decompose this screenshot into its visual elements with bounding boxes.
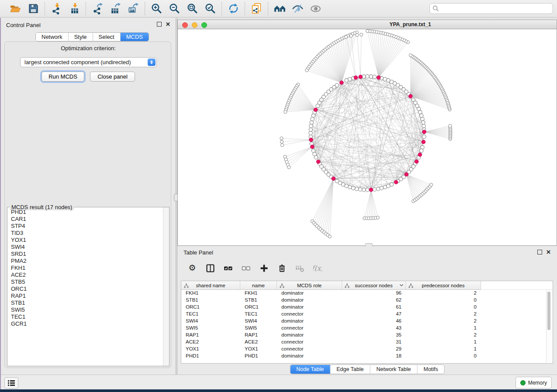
close-panel-button[interactable]: Close panel [90,72,135,82]
control-panel: Control Panel ✕ NetworkStyleSelectMCDS O… [1,18,176,375]
table-tab-node-table[interactable]: Node Table [290,365,330,374]
cell-name: SWI4 [240,318,277,325]
first-neighbors-icon[interactable] [274,3,286,14]
network-canvas[interactable] [178,29,557,245]
table-body: FKH1FKH1dominator962STB1STB1dominator620… [181,290,553,360]
table-row[interactable]: RAP1RAP1dominator352 [181,332,553,339]
mcds-result-scrollbar[interactable] [163,207,169,366]
column-header-shared-name[interactable]: shared name [181,281,240,290]
mcds-result-item[interactable]: RAP1 [8,292,163,299]
table-row[interactable]: PHD1PHD1dominator180 [181,353,553,360]
tab-network[interactable]: Network [36,33,69,41]
mcds-result-item[interactable]: ORC1 [8,285,163,292]
table-row[interactable]: YOX1YOX1connector291 [181,346,553,353]
new-network-from-selection-icon[interactable] [251,3,263,14]
export-network-icon[interactable] [92,3,104,14]
cell-shared-name: SWI4 [181,318,240,325]
list-icon [7,379,15,386]
select-all-icon[interactable] [224,264,233,273]
network-window-titlebar[interactable]: YPA_prune.txt_1 [178,20,557,29]
window-maximize-icon[interactable] [201,22,207,28]
cell-successor-nodes: 18 [342,353,406,360]
mcds-result-item[interactable]: PHD1 [8,209,163,216]
tab-select[interactable]: Select [93,33,121,41]
mcds-result-item[interactable]: FKH1 [8,265,163,272]
tab-mcds[interactable]: MCDS [121,33,149,41]
table-row[interactable]: STB1STB1dominator620 [181,297,553,304]
column-label: shared name [196,283,225,288]
table-row[interactable]: TEC1TEC1connector472 [181,311,553,318]
close-panel-icon[interactable]: ✕ [166,22,170,27]
table-mode-icon[interactable]: ⚙ [188,264,197,273]
memory-button[interactable]: Memory [515,377,552,389]
close-table-panel-icon[interactable]: ✕ [546,250,551,254]
mcds-result-item[interactable]: SRD1 [8,251,163,258]
table-tab-motifs[interactable]: Motifs [417,365,444,374]
table-scrollbar[interactable] [546,290,552,363]
mcds-result-item[interactable]: CAR1 [8,216,163,223]
column-header-name[interactable]: name [240,281,277,290]
criterion-select[interactable]: largest connected component (undirected) [20,57,157,67]
column-label: MCDS role [297,283,322,288]
deselect-all-icon[interactable] [242,264,251,273]
table-row[interactable]: ORC1ORC1dominator610 [181,304,553,311]
mcds-result-item[interactable]: STB1 [8,299,163,306]
column-header-predecessor-nodes[interactable]: predecessor nodes [406,281,481,290]
cell-MCDS-role: connector [277,311,342,318]
zoom-in-icon[interactable] [151,3,163,14]
cell-shared-name: YOX1 [181,346,240,353]
export-image-icon[interactable] [128,3,139,14]
mcds-result-item[interactable]: SWI5 [8,306,163,313]
zoom-fit-icon[interactable] [187,3,198,14]
table-row[interactable]: SWI5SWI5connector431 [181,325,553,332]
table-row[interactable]: SWI4SWI4dominator462 [181,318,553,325]
zoom-out-icon[interactable] [169,3,180,14]
save-session-icon[interactable] [28,3,39,14]
mcds-result-item[interactable]: PMA2 [8,258,163,265]
apply-layout-icon[interactable] [228,3,239,14]
hide-graphics-details-icon[interactable] [292,3,304,14]
mcds-result-item[interactable]: YOX1 [8,237,163,244]
mcds-result-item[interactable]: TID3 [8,230,163,237]
column-header-successor-nodes[interactable]: successor nodes [342,281,406,290]
window-minimize-icon[interactable] [192,22,197,28]
mcds-result-box: MCDS result (17 nodes) PHD1CAR1STP4TID3Y… [7,207,170,366]
zoom-selected-icon[interactable] [204,3,216,14]
table-scrollbar-thumb[interactable] [547,292,550,330]
table-row[interactable]: FKH1FKH1dominator962 [181,290,553,297]
open-session-icon[interactable] [10,3,21,14]
export-table-icon[interactable] [110,3,121,14]
import-network-icon[interactable] [51,3,62,14]
search-input[interactable] [439,5,550,12]
window-close-icon[interactable] [182,22,188,28]
tab-style[interactable]: Style [69,33,93,41]
search-box[interactable] [429,3,553,14]
run-mcds-button[interactable]: Run MCDS [42,72,84,82]
function-builder-icon: f(x) [313,264,322,273]
mcds-result-item[interactable]: GCR1 [8,320,163,327]
column-header-MCDS-role[interactable]: MCDS role [277,281,342,290]
mcds-result-item[interactable]: STB5 [8,279,163,285]
float-panel-icon[interactable] [157,22,162,27]
delete-table-icon [295,264,304,273]
task-history-button[interactable] [4,377,18,389]
mcds-result-item[interactable]: STP4 [8,223,163,230]
float-table-panel-icon[interactable] [537,250,542,254]
cell-MCDS-role: connector [277,325,342,332]
cell-name: ORC1 [240,304,277,311]
mcds-result-item[interactable]: TEC1 [8,313,163,320]
toolbar-group [4,3,45,14]
criterion-value: largest connected component (undirected) [24,59,131,65]
cell-MCDS-role: connector [277,346,342,353]
show-columns-icon[interactable] [206,264,215,273]
cell-predecessor-nodes: 1 [406,346,481,353]
delete-columns-icon[interactable] [277,264,287,273]
mcds-result-item[interactable]: ACE2 [8,272,163,279]
add-column-icon[interactable] [259,264,269,273]
table-tab-network-table[interactable]: Network Table [370,365,418,374]
import-table-icon[interactable] [69,3,80,14]
table-tab-edge-table[interactable]: Edge Table [330,365,370,374]
mcds-result-item[interactable]: SWI4 [8,244,163,251]
table-row[interactable]: ACE2ACE2connector311 [181,339,553,346]
toolbar-group [145,3,221,14]
